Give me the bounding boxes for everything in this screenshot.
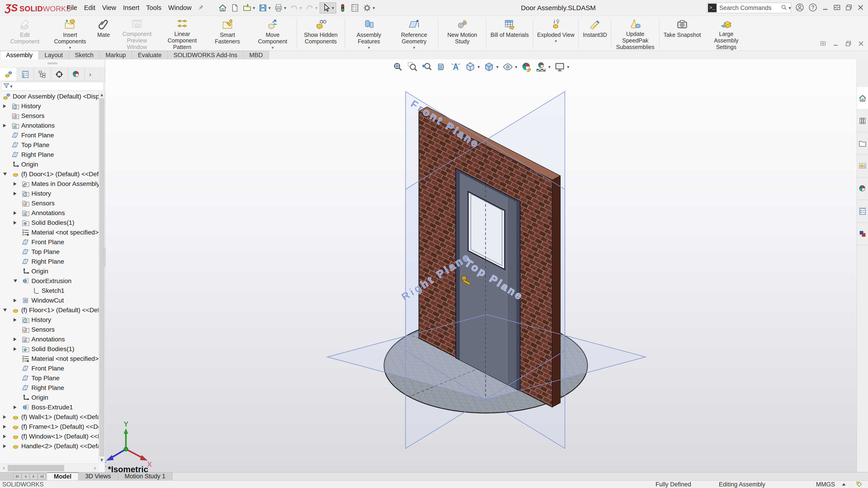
view-settings-button[interactable]: ▾	[554, 61, 570, 72]
restore-button[interactable]	[845, 4, 852, 12]
zoom-to-area-button[interactable]	[407, 61, 418, 72]
view-orientation-button[interactable]: ▾	[465, 61, 480, 72]
save-button[interactable]: ▾	[257, 2, 272, 13]
tree-item[interactable]: Top Plane	[0, 140, 98, 150]
tree-item[interactable]: Right Plane	[0, 150, 98, 160]
scroll-down-arrow[interactable]: ▼	[99, 457, 105, 463]
ribbon-take-snapshot-button[interactable]: Take Snapshot	[661, 17, 704, 51]
panel-tab-displaymanager[interactable]	[68, 68, 85, 81]
tree-item[interactable]: History	[0, 315, 98, 325]
panel-tabs-expand[interactable]: ›	[85, 68, 96, 81]
scroll-left-arrow[interactable]: ‹	[0, 465, 7, 471]
hide-show-items-button[interactable]: ▾	[502, 61, 518, 72]
ribbon-insert-components-button[interactable]: Insert Components▾	[48, 17, 93, 51]
tree-expander-icon[interactable]	[13, 347, 17, 351]
menu-insert[interactable]: Insert	[120, 0, 143, 15]
tree-vertical-scrollbar[interactable]: ▲ ▼	[98, 92, 105, 463]
previous-view-button[interactable]	[421, 61, 432, 72]
dropdown-caret-icon[interactable]: ▾	[373, 5, 375, 11]
tag-icon[interactable]	[856, 481, 863, 488]
ribbon-bill-of-materials-button[interactable]: Bill of Materials	[488, 17, 532, 51]
scroll-right-arrow[interactable]: ›	[92, 465, 98, 471]
hide-show-annotations-button[interactable]	[450, 61, 461, 72]
ribbon-new-motion-study-button[interactable]: New Motion Study	[440, 17, 485, 51]
first-tab-button[interactable]	[13, 473, 21, 480]
menu-view[interactable]: View	[99, 0, 120, 15]
apply-scene-button[interactable]: ▾	[535, 61, 551, 72]
tree-horizontal-scrollbar[interactable]: ‹ ›	[0, 464, 99, 472]
tree-expander-icon[interactable]	[13, 221, 17, 225]
ribbon-large-assembly-settings-button[interactable]: Large Assembly Settings	[704, 17, 749, 51]
tree-expander-icon[interactable]	[13, 299, 17, 302]
tree-item[interactable]: Material <not specified>	[0, 354, 98, 363]
tab-assembly[interactable]: Assembly	[0, 51, 39, 59]
tree-item[interactable]: (f) Door<1> (Default) <<Defaul	[0, 169, 98, 179]
tree-item[interactable]: Sensors	[0, 325, 98, 334]
ribbon-reference-geometry-button[interactable]: Reference Geometry▾	[392, 17, 437, 51]
edit-appearance-button[interactable]	[521, 61, 532, 72]
tree-item[interactable]: AAnnotations	[0, 208, 98, 218]
pin-menu-icon[interactable]	[197, 4, 204, 12]
taskpane-custom-properties[interactable]	[857, 200, 868, 223]
tree-expander-icon[interactable]	[3, 415, 6, 419]
tree-item[interactable]: AAnnotations	[0, 334, 98, 344]
tree-item[interactable]: History	[0, 101, 98, 111]
ribbon-linear-component-pattern-button[interactable]: Linear Component Pattern▾	[160, 17, 205, 51]
menu-tools[interactable]: Tools	[143, 0, 165, 15]
dropdown-caret-icon[interactable]: ▾	[269, 5, 271, 11]
doc-close-button[interactable]	[858, 40, 864, 48]
dropdown-caret-icon[interactable]: ▾	[567, 64, 569, 70]
graphics-viewport[interactable]: Front Plane Right Plane Top Plane Y X Z …	[105, 59, 857, 472]
tree-item[interactable]: Sketch1	[0, 286, 98, 295]
ribbon-smart-fasteners-button[interactable]: Smart Fasteners	[205, 17, 250, 51]
taskpane-design-library[interactable]	[857, 109, 868, 132]
ribbon-move-component-button[interactable]: Move Component▾	[250, 17, 295, 51]
minimize-button[interactable]	[822, 4, 829, 12]
tree-expander-icon[interactable]	[3, 445, 6, 448]
tree-item[interactable]: (f) Wall<1> (Default) <<Default	[0, 412, 98, 422]
tree-item[interactable]: Origin	[0, 393, 98, 402]
tree-item[interactable]: Front Plane	[0, 130, 98, 140]
ribbon-instant3d-button[interactable]: Instant3D	[580, 17, 610, 51]
tree-expander-icon[interactable]	[13, 280, 17, 283]
home-button[interactable]	[217, 2, 228, 13]
tree-item[interactable]: Origin	[0, 160, 98, 169]
ribbon-exploded-view-button[interactable]: Exploded View▾	[535, 17, 577, 51]
dropdown-caret-icon[interactable]: ▾	[284, 5, 286, 11]
tab-evaluate[interactable]: Evaluate	[132, 51, 168, 59]
dropdown-caret-icon[interactable]: ▾	[496, 64, 498, 70]
split-window-button[interactable]	[833, 4, 841, 12]
tree-expander-icon[interactable]	[13, 337, 17, 341]
filter-funnel-icon[interactable]	[3, 83, 10, 90]
undo-button[interactable]: ▾	[288, 2, 303, 13]
tab-layout[interactable]: Layout	[38, 51, 69, 59]
menu-window[interactable]: Window	[165, 0, 195, 15]
tab-solidworks-add-ins[interactable]: SOLIDWORKS Add-Ins	[167, 51, 243, 59]
tree-item[interactable]: Top Plane	[0, 247, 98, 257]
search-commands-box[interactable]: >_ Search Commands ▾	[707, 3, 791, 13]
select-button[interactable]: ▾	[320, 2, 336, 13]
tree-expander-icon[interactable]	[3, 425, 6, 429]
tree-item[interactable]: (f) Window<1> (Default) <<Def	[0, 431, 98, 441]
section-view-button[interactable]	[436, 61, 447, 72]
tree-item[interactable]: Handle<2> (Default) <<Default	[0, 441, 98, 451]
options-button[interactable]: ▾	[362, 2, 376, 13]
doc-restore-button[interactable]	[845, 40, 852, 48]
print-button[interactable]: ▾	[273, 2, 287, 13]
tree-item[interactable]: Origin	[0, 266, 98, 276]
tree-item[interactable]: Top Plane	[0, 373, 98, 383]
tree-item[interactable]: Front Plane	[0, 363, 98, 373]
tab-mbd[interactable]: MBD	[243, 51, 269, 59]
viewport-layout-button[interactable]	[819, 40, 827, 48]
tree-expander-icon[interactable]	[13, 192, 17, 195]
filter-input[interactable]: ▾	[1, 82, 103, 91]
panel-tab-dimxpertmanager[interactable]	[51, 68, 68, 81]
tree-item[interactable]: Right Plane	[0, 383, 98, 393]
next-tab-button[interactable]	[30, 473, 37, 480]
dropdown-caret-icon[interactable]: ▾	[548, 64, 551, 70]
taskpane-solidworks-resources[interactable]	[857, 87, 868, 109]
tree-item[interactable]: Mates in Door Assembly	[0, 179, 98, 189]
taskpane-file-explorer[interactable]	[857, 132, 868, 155]
file-properties-button[interactable]	[349, 2, 361, 13]
close-button[interactable]	[857, 4, 864, 12]
